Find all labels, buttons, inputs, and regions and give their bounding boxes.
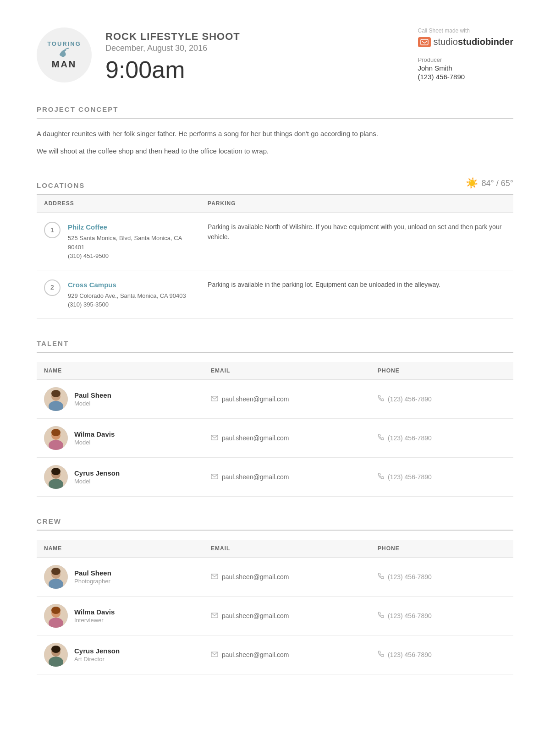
avatar <box>44 387 68 411</box>
person-info: Paul Sheen Model <box>74 391 111 407</box>
producer-name: John Smith <box>418 64 513 72</box>
email-value: paul.sheen@gmail.com <box>222 434 289 442</box>
locations-table: ADDRESS PARKING 1 Philz Coffee 525 Santa… <box>37 195 513 319</box>
avatar <box>44 465 68 489</box>
project-date: December, August 30, 2016 <box>105 44 240 53</box>
phone-cell: (123) 456-7890 <box>378 651 506 658</box>
svg-point-20 <box>51 568 60 575</box>
project-title: ROCK LIFESTYLE SHOOT <box>105 31 240 43</box>
studiobinder-logo: studiostudiobinder <box>418 37 513 47</box>
person-phone-cell: (123) 456-7890 <box>370 635 513 674</box>
talent-section: TALENT NAME EMAIL PHONE Paul Sheen Model <box>37 340 513 497</box>
crew-table-header: NAME EMAIL PHONE <box>37 540 513 558</box>
table-row: Cyrus Jenson Model paul.sheen@gmail.com <box>37 457 513 496</box>
person-role: Model <box>74 439 115 446</box>
header-right: Call Sheet made with studiostudiobinder … <box>418 27 513 81</box>
phone-icon <box>378 395 384 403</box>
person-role: Art Director <box>74 656 120 663</box>
crew-col-email: EMAIL <box>204 540 370 558</box>
table-row: Wilma Davis Interviewer paul.sheen@gmail… <box>37 596 513 635</box>
phone-value: (123) 456-7890 <box>388 612 432 619</box>
person-info: Cyrus Jenson Art Director <box>74 647 120 663</box>
phone-value: (123) 456-7890 <box>388 395 432 403</box>
person-role: Interviewer <box>74 617 115 624</box>
avatar <box>44 643 68 667</box>
location-row: 2 Cross Campus 929 Colorado Ave., Santa … <box>37 270 513 318</box>
callsheet-label: Call Sheet made with <box>418 27 513 34</box>
avatar <box>44 565 68 589</box>
person-name-cell: Cyrus Jenson Art Director <box>37 635 204 674</box>
phone-value: (123) 456-7890 <box>388 434 432 442</box>
email-cell: paul.sheen@gmail.com <box>211 434 363 442</box>
person-email-cell: paul.sheen@gmail.com <box>204 457 370 496</box>
person-phone-cell: (123) 456-7890 <box>370 457 513 496</box>
logo-touring: TOURING <box>47 41 81 47</box>
person-cell: Paul Sheen Photographer <box>44 565 196 589</box>
table-row: Paul Sheen Model paul.sheen@gmail.com <box>37 379 513 418</box>
email-cell: paul.sheen@gmail.com <box>211 651 363 658</box>
crew-col-phone: PHONE <box>370 540 513 558</box>
email-cell: paul.sheen@gmail.com <box>211 612 363 619</box>
person-cell: Cyrus Jenson Model <box>44 465 196 489</box>
table-row: Wilma Davis Model paul.sheen@gmail.com <box>37 418 513 457</box>
email-cell: paul.sheen@gmail.com <box>211 573 363 581</box>
person-name: Wilma Davis <box>74 430 115 438</box>
person-name: Cyrus Jenson <box>74 469 120 477</box>
phone-icon <box>378 651 384 658</box>
email-cell: paul.sheen@gmail.com <box>211 395 363 403</box>
email-cell: paul.sheen@gmail.com <box>211 473 363 481</box>
table-row: Paul Sheen Photographer paul.sheen@gmail… <box>37 557 513 596</box>
email-icon <box>211 612 218 619</box>
person-info: Cyrus Jenson Model <box>74 469 120 485</box>
person-role: Model <box>74 478 120 485</box>
person-email-cell: paul.sheen@gmail.com <box>204 379 370 418</box>
person-email-cell: paul.sheen@gmail.com <box>204 596 370 635</box>
email-icon <box>211 651 218 658</box>
phone-cell: (123) 456-7890 <box>378 612 506 619</box>
producer-label: Producer <box>418 56 513 63</box>
table-row: Cyrus Jenson Art Director paul.sheen@gma… <box>37 635 513 674</box>
person-info: Wilma Davis Model <box>74 430 115 446</box>
logo: TOURING MAN <box>37 27 92 82</box>
avatar <box>44 426 68 450</box>
avatar <box>44 604 68 628</box>
person-name-cell: Wilma Davis Model <box>37 418 204 457</box>
email-value: paul.sheen@gmail.com <box>222 395 289 403</box>
location-cell: 1 Philz Coffee 525 Santa Monica, Blvd, S… <box>44 222 193 261</box>
logo-text: TOURING MAN <box>47 41 81 69</box>
studiobinder-icon <box>418 37 431 47</box>
location-address: 525 Santa Monica, Blvd, Santa Monica, CA… <box>68 234 193 261</box>
sun-icon: ☀️ <box>466 177 478 189</box>
person-cell: Cyrus Jenson Art Director <box>44 643 196 667</box>
person-name: Paul Sheen <box>74 569 111 577</box>
person-name: Paul Sheen <box>74 391 111 399</box>
locations-header: LOCATIONS ☀️ 84° / 65° <box>37 177 513 195</box>
email-icon <box>211 573 218 581</box>
talent-col-phone: PHONE <box>370 362 513 380</box>
location-number: 2 <box>44 279 60 296</box>
person-phone-cell: (123) 456-7890 <box>370 379 513 418</box>
location-parking: Parking is available in the parking lot.… <box>200 270 513 318</box>
email-icon <box>211 434 218 442</box>
project-concept-title: PROJECT CONCEPT <box>37 105 513 119</box>
person-cell: Wilma Davis Model <box>44 426 196 450</box>
person-role: Model <box>74 400 111 407</box>
email-value: paul.sheen@gmail.com <box>222 473 289 481</box>
location-number: 1 <box>44 222 60 238</box>
svg-rect-1 <box>421 39 428 45</box>
location-name: Philz Coffee <box>68 222 193 233</box>
person-phone-cell: (123) 456-7890 <box>370 418 513 457</box>
talent-title: TALENT <box>37 340 513 353</box>
header: TOURING MAN ROCK LIFESTYLE SHOOT Decembe… <box>37 27 513 82</box>
person-email-cell: paul.sheen@gmail.com <box>204 635 370 674</box>
location-cell: 2 Cross Campus 929 Colorado Ave., Santa … <box>44 279 193 309</box>
person-phone-cell: (123) 456-7890 <box>370 596 513 635</box>
person-info: Paul Sheen Photographer <box>74 569 111 585</box>
crew-table: NAME EMAIL PHONE Paul Sheen Photographer <box>37 540 513 674</box>
project-concept-text1: A daughter reunites with her folk singer… <box>37 128 513 140</box>
person-name-cell: Wilma Davis Interviewer <box>37 596 204 635</box>
phone-cell: (123) 456-7890 <box>378 573 506 581</box>
person-name-cell: Paul Sheen Model <box>37 379 204 418</box>
location-row: 1 Philz Coffee 525 Santa Monica, Blvd, S… <box>37 213 513 270</box>
producer-phone: (123) 456-7890 <box>418 73 513 81</box>
